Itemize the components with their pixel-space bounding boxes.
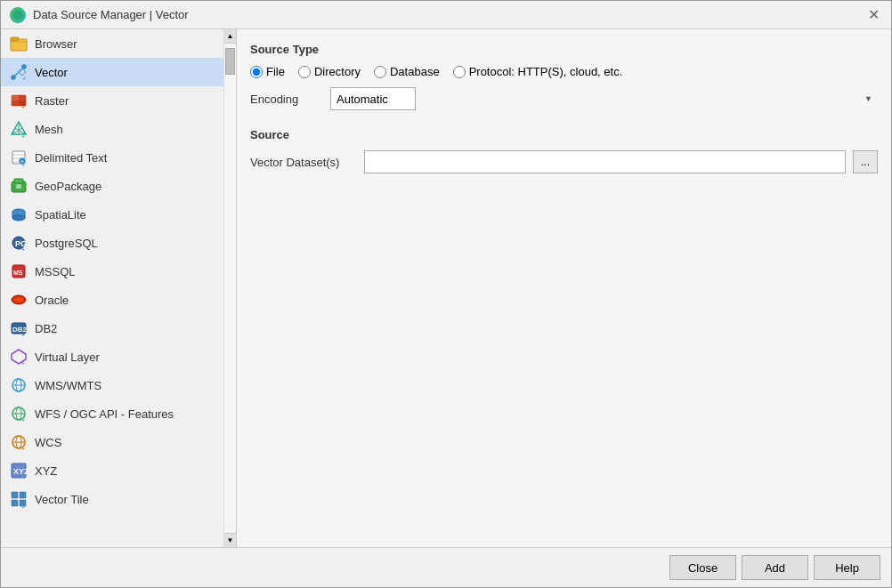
sidebar-item-xyz[interactable]: XYZ + XYZ bbox=[1, 456, 223, 485]
svg-rect-2 bbox=[11, 37, 19, 41]
sidebar-item-vector[interactable]: + Vector bbox=[1, 58, 223, 86]
sidebar-item-oracle[interactable]: Oracle bbox=[1, 286, 223, 314]
sidebar-item-browser[interactable]: Browser bbox=[1, 29, 223, 58]
sidebar-item-wfs[interactable]: + WFS / OGC API - Features bbox=[1, 399, 223, 428]
sidebar-item-postgresql[interactable]: PG + PostgreSQL bbox=[1, 229, 223, 257]
svg-text:+: + bbox=[22, 76, 26, 81]
close-button[interactable]: Close bbox=[669, 555, 736, 580]
raster-icon: + bbox=[10, 92, 28, 109]
sidebar-item-geopackage[interactable]: GeoPackage bbox=[1, 172, 223, 200]
encoding-label: Encoding bbox=[250, 93, 321, 106]
sidebar-item-db2-label: DB2 bbox=[35, 322, 57, 335]
window-close-button[interactable]: ✕ bbox=[864, 6, 882, 24]
svg-text:+: + bbox=[21, 474, 25, 479]
svg-rect-61 bbox=[12, 500, 18, 506]
encoding-select-wrapper: Automatic UTF-8 Latin-1 ISO-8859-1 bbox=[330, 87, 878, 110]
sidebar-item-geopackage-label: GeoPackage bbox=[35, 180, 101, 193]
vector-tile-icon: + bbox=[10, 490, 28, 508]
scrollbar-up-button[interactable]: ▲ bbox=[224, 29, 236, 44]
radio-protocol-label[interactable]: Protocol: HTTP(S), cloud, etc. bbox=[453, 65, 623, 78]
sidebar-item-raster[interactable]: + Raster bbox=[1, 86, 223, 115]
vector-icon: + bbox=[10, 63, 28, 81]
svg-text:MS: MS bbox=[13, 270, 23, 276]
radio-protocol-text: Protocol: HTTP(S), cloud, etc. bbox=[469, 65, 623, 78]
sidebar-item-virtual-layer-label: Virtual Layer bbox=[35, 350, 100, 364]
sidebar-item-mesh-label: Mesh bbox=[35, 123, 63, 136]
radio-directory[interactable] bbox=[298, 66, 311, 78]
radio-protocol[interactable] bbox=[453, 66, 466, 78]
radio-database-text: Database bbox=[390, 65, 440, 78]
sidebar-list: Browser + Vector bbox=[1, 29, 223, 547]
radio-file-text: File bbox=[266, 65, 285, 78]
sidebar-item-oracle-label: Oracle bbox=[35, 294, 69, 307]
add-button[interactable]: Add bbox=[742, 555, 808, 580]
title-bar: Data Source Manager | Vector ✕ bbox=[1, 1, 891, 29]
sidebar-item-vector-tile[interactable]: + Vector Tile bbox=[1, 485, 223, 513]
sidebar-item-raster-label: Raster bbox=[35, 94, 69, 108]
db2-icon: DB2 + bbox=[10, 319, 28, 337]
svg-rect-59 bbox=[12, 492, 18, 498]
sidebar-item-mssql-label: MSSQL bbox=[35, 265, 76, 278]
wcs-icon: + bbox=[10, 433, 28, 451]
radio-file[interactable] bbox=[250, 66, 263, 78]
vector-datasets-input[interactable] bbox=[364, 150, 846, 173]
sidebar-item-db2[interactable]: DB2 + DB2 bbox=[1, 314, 223, 342]
radio-database-label[interactable]: Database bbox=[374, 65, 440, 78]
svg-text:+: + bbox=[21, 417, 25, 423]
sidebar-container: Browser + Vector bbox=[1, 29, 237, 547]
bottom-bar: Close Add Help bbox=[1, 547, 891, 587]
radio-directory-text: Directory bbox=[314, 65, 361, 78]
sidebar-item-spatialite[interactable]: SpatiaLite bbox=[1, 200, 223, 229]
sidebar-item-browser-label: Browser bbox=[35, 37, 77, 51]
sidebar-item-xyz-label: XYZ bbox=[35, 464, 57, 478]
sidebar-item-wfs-label: WFS / OGC API - Features bbox=[35, 407, 174, 421]
sidebar-item-delimited-text-label: Delimited Text bbox=[35, 151, 107, 165]
source-type-title: Source Type bbox=[250, 43, 878, 56]
spatialite-icon bbox=[10, 205, 28, 223]
vector-datasets-label: Vector Dataset(s) bbox=[250, 156, 357, 169]
right-panel: Source Type File Directory Database bbox=[237, 29, 891, 547]
scrollbar-down-button[interactable]: ▼ bbox=[224, 533, 236, 547]
delimited-text-icon: + + bbox=[10, 149, 28, 166]
svg-text:+: + bbox=[21, 360, 25, 366]
svg-point-30 bbox=[12, 215, 25, 221]
sidebar-item-mssql[interactable]: MS MSSQL bbox=[1, 257, 223, 286]
radio-file-label[interactable]: File bbox=[250, 65, 285, 78]
virtual-layer-icon: + bbox=[10, 348, 28, 366]
sidebar-item-wcs-label: WCS bbox=[35, 436, 61, 449]
sidebar-item-spatialite-label: SpatiaLite bbox=[35, 208, 86, 222]
source-row: Vector Dataset(s) ... bbox=[250, 150, 878, 173]
postgresql-icon: PG + bbox=[10, 234, 28, 252]
xyz-icon: XYZ + bbox=[10, 462, 28, 479]
sidebar-item-vector-label: Vector bbox=[35, 66, 68, 79]
svg-text:+: + bbox=[20, 158, 24, 165]
sidebar-item-wms-wmts[interactable]: WMS/WMTS bbox=[1, 371, 223, 399]
sidebar-item-wms-wmts-label: WMS/WMTS bbox=[35, 379, 101, 392]
geopackage-icon bbox=[10, 177, 28, 195]
sidebar-item-delimited-text[interactable]: + + Delimited Text bbox=[1, 143, 223, 172]
browse-button[interactable]: ... bbox=[853, 150, 878, 173]
radio-database[interactable] bbox=[374, 66, 386, 78]
app-icon bbox=[10, 7, 26, 23]
wfs-icon: + bbox=[10, 405, 28, 423]
encoding-select[interactable]: Automatic UTF-8 Latin-1 ISO-8859-1 bbox=[330, 87, 416, 110]
scrollbar-thumb[interactable] bbox=[225, 48, 235, 75]
mssql-icon: MS bbox=[10, 262, 28, 280]
oracle-icon bbox=[10, 291, 28, 309]
sidebar-scrollbar: ▲ ▼ bbox=[223, 29, 236, 547]
help-button[interactable]: Help bbox=[814, 555, 880, 580]
svg-text:XYZ: XYZ bbox=[13, 467, 28, 476]
svg-point-7 bbox=[18, 71, 20, 74]
sidebar-item-virtual-layer[interactable]: + Virtual Layer bbox=[1, 342, 223, 371]
sidebar-item-postgresql-label: PostgreSQL bbox=[35, 237, 98, 250]
encoding-row: Encoding Automatic UTF-8 Latin-1 ISO-885… bbox=[250, 87, 878, 110]
svg-text:+: + bbox=[21, 246, 25, 252]
svg-rect-26 bbox=[14, 179, 23, 183]
sidebar-item-wcs[interactable]: + WCS bbox=[1, 428, 223, 456]
spacer bbox=[250, 173, 878, 534]
radio-directory-label[interactable]: Directory bbox=[298, 65, 361, 78]
sidebar-item-mesh[interactable]: + Mesh bbox=[1, 115, 223, 143]
main-window: Data Source Manager | Vector ✕ Browser bbox=[0, 0, 892, 588]
source-section-title: Source bbox=[250, 128, 878, 141]
source-type-section: Source Type File Directory Database bbox=[250, 43, 878, 110]
